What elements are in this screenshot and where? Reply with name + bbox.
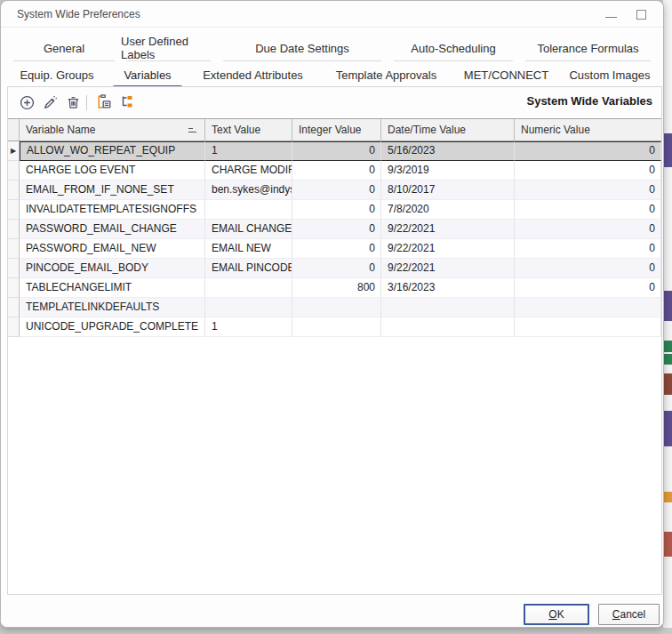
- cell-integer-value: 800: [292, 278, 381, 298]
- cell-numeric-value: 0: [515, 181, 661, 200]
- column-header-variable-name[interactable]: Variable Name: [20, 119, 205, 140]
- tab-label: Custom Images: [569, 68, 650, 82]
- add-icon: [19, 94, 36, 111]
- tab-label: Due Date Settings: [255, 42, 349, 55]
- row-indicator: [8, 161, 20, 181]
- cell-datetime-value: 5/16/2023: [381, 141, 515, 161]
- cell-integer-value: 0: [292, 141, 381, 161]
- paste-button[interactable]: [92, 91, 116, 114]
- cell-text-value: [205, 278, 292, 298]
- delete-variable-button[interactable]: [61, 91, 84, 114]
- tab-label: Tolerance Formulas: [537, 42, 638, 55]
- cell-datetime-value: 9/22/2021: [381, 259, 515, 278]
- edit-icon: [42, 94, 59, 111]
- cell-text-value: CHARGE MODIFIC: [205, 161, 292, 181]
- grid-body: ▶ALLOW_WO_REPEAT_EQUIP105/16/20230CHARGE…: [8, 141, 661, 337]
- tab-row-2: Equip. GroupsVariablesExtended Attribute…: [7, 61, 663, 88]
- title-bar[interactable]: System Wide Preferences: [1, 1, 663, 28]
- column-header-text-value[interactable]: Text Value: [205, 119, 292, 140]
- tab-equip-groups[interactable]: Equip. Groups: [7, 61, 107, 88]
- tab-tolerance-formulas[interactable]: Tolerance Formulas: [519, 35, 657, 61]
- cell-variable-name: PASSWORD_EMAIL_CHANGE: [20, 220, 205, 239]
- table-row[interactable]: PASSWORD_EMAIL_NEWEMAIL NEW09/22/20210: [8, 239, 661, 259]
- row-indicator: [8, 298, 20, 317]
- row-indicator: [8, 278, 20, 298]
- row-indicator: [8, 239, 20, 259]
- column-header-numeric-value[interactable]: Numeric Value: [515, 119, 661, 140]
- edit-variable-button[interactable]: [38, 91, 61, 114]
- table-row[interactable]: INVALIDATETEMPLATESIGNOFFS07/8/20200: [8, 200, 661, 220]
- row-indicator: [8, 220, 20, 239]
- sliver-segment: [664, 291, 672, 321]
- row-indicator: [8, 259, 20, 278]
- cell-variable-name: PINCODE_EMAIL_BODY: [20, 259, 205, 278]
- cell-datetime-value: [381, 298, 515, 317]
- tab-auto-scheduling[interactable]: Auto-Scheduling: [388, 35, 519, 61]
- cell-integer-value: [292, 298, 381, 317]
- tab-user-defined-labels[interactable]: User Defined Labels: [121, 35, 217, 61]
- cell-numeric-value: 0: [515, 259, 661, 278]
- tab-variables[interactable]: Variables: [107, 61, 188, 88]
- dialog-footer: OK Cancel: [1, 595, 664, 628]
- tab-custom-images[interactable]: Custom Images: [557, 61, 662, 88]
- tab-label: Extended Attributes: [203, 68, 303, 82]
- sliver-segment: [664, 532, 672, 557]
- tab-label: MET/CONNECT: [464, 68, 548, 82]
- paste-icon: [95, 93, 113, 111]
- cell-text-value: 1: [205, 141, 292, 161]
- cell-datetime-value: 9/3/2019: [381, 161, 515, 181]
- window-title: System Wide Preferences: [17, 8, 140, 20]
- variables-grid: Variable Name Text Value Integer Value D…: [8, 118, 661, 594]
- cell-integer-value: 0: [292, 200, 381, 220]
- cell-datetime-value: 8/10/2017: [381, 181, 515, 200]
- add-variable-button[interactable]: [15, 91, 38, 114]
- sliver-segment: [664, 411, 672, 446]
- cell-numeric-value: 0: [515, 278, 661, 298]
- tab-general[interactable]: General: [7, 35, 121, 61]
- cell-datetime-value: 9/22/2021: [381, 239, 515, 259]
- cancel-button[interactable]: Cancel: [598, 604, 660, 625]
- table-row[interactable]: CHARGE LOG EVENTCHARGE MODIFIC09/3/20190: [8, 161, 661, 181]
- row-indicator: ▶: [8, 141, 20, 161]
- tab-due-date-settings[interactable]: Due Date Settings: [217, 35, 388, 61]
- grid-header-row: Variable Name Text Value Integer Value D…: [8, 118, 661, 141]
- table-row[interactable]: PINCODE_EMAIL_BODYEMAIL PINCODE09/22/202…: [8, 259, 661, 278]
- screen: System Wide Preferences GeneralUser Defi…: [0, 0, 672, 634]
- cell-variable-name: CHARGE LOG EVENT: [20, 161, 205, 181]
- table-row[interactable]: PASSWORD_EMAIL_CHANGEEMAIL CHANGE09/22/2…: [8, 220, 661, 239]
- table-row[interactable]: UNICODE_UPGRADE_COMPLETE1: [8, 317, 661, 337]
- tab-met-connect[interactable]: MET/CONNECT: [455, 61, 557, 88]
- background-bottom-strip: [0, 628, 672, 634]
- tab-label: Template Approvals: [336, 68, 436, 82]
- tab-label: User Defined Labels: [121, 35, 217, 61]
- cell-datetime-value: 7/8/2020: [381, 200, 515, 220]
- minimize-button[interactable]: [596, 2, 626, 27]
- tab-strip: GeneralUser Defined LabelsDue Date Setti…: [1, 28, 663, 88]
- sliver-segment: [664, 341, 672, 352]
- maximize-button[interactable]: [626, 2, 656, 27]
- table-row[interactable]: ▶ALLOW_WO_REPEAT_EQUIP105/16/20230: [8, 141, 661, 161]
- panel-title: System Wide Variables: [526, 94, 652, 108]
- cell-variable-name: EMAIL_FROM_IF_NONE_SET: [20, 181, 205, 200]
- cell-numeric-value: 0: [515, 141, 661, 161]
- cell-variable-name: UNICODE_UPGRADE_COMPLETE: [20, 317, 205, 337]
- table-row[interactable]: TABLECHANGELIMIT8003/16/20230: [8, 278, 661, 298]
- tree-view-button[interactable]: [116, 91, 139, 114]
- table-row[interactable]: EMAIL_FROM_IF_NONE_SETben.sykes@indyso08…: [8, 181, 661, 200]
- tab-label: Auto-Scheduling: [411, 42, 495, 55]
- tab-template-approvals[interactable]: Template Approvals: [317, 61, 455, 88]
- tab-extended-attributes[interactable]: Extended Attributes: [188, 61, 317, 88]
- table-row[interactable]: TEMPLATELINKDEFAULTS: [8, 298, 661, 317]
- cell-integer-value: [292, 317, 381, 337]
- column-header-datetime-value[interactable]: Date/Time Value: [381, 119, 515, 140]
- row-indicator: [8, 200, 20, 220]
- cell-variable-name: PASSWORD_EMAIL_NEW: [20, 239, 205, 259]
- cell-text-value: [205, 200, 292, 220]
- cell-integer-value: 0: [292, 181, 381, 200]
- ok-button[interactable]: OK: [524, 604, 589, 625]
- column-header-label: Variable Name: [26, 124, 95, 136]
- header-indicator-cell: [8, 119, 20, 140]
- background-app-sliver: [663, 0, 672, 628]
- cell-text-value: EMAIL NEW: [205, 239, 292, 259]
- column-header-integer-value[interactable]: Integer Value: [292, 119, 381, 140]
